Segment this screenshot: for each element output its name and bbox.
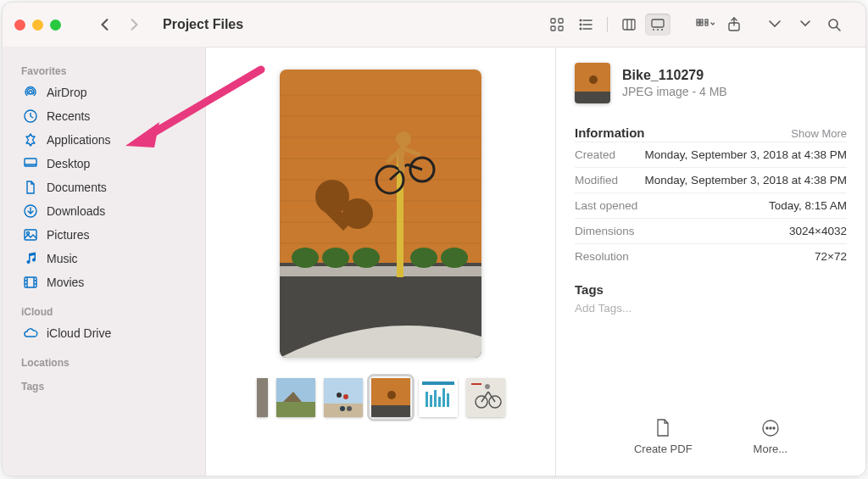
svg-rect-3 [559, 26, 563, 31]
svg-point-9 [580, 28, 581, 29]
thumbnail[interactable] [257, 378, 268, 417]
svg-rect-42 [280, 266, 481, 276]
info-row-created: CreatedMonday, September 3, 2018 at 4:38… [575, 142, 847, 167]
svg-rect-22 [705, 23, 708, 25]
minimize-button[interactable] [32, 19, 43, 31]
svg-rect-69 [324, 378, 363, 404]
downloads-icon [23, 203, 38, 219]
group-by-button[interactable] [693, 14, 718, 36]
details-thumbnail [575, 63, 610, 103]
sidebar-item-icloud-drive[interactable]: iCloud Drive [18, 321, 205, 345]
show-more-button[interactable]: Show More [791, 127, 847, 140]
svg-point-55 [410, 248, 437, 268]
clock-icon [23, 109, 38, 124]
sidebar-item-movies[interactable]: Movies [18, 270, 205, 294]
sidebar-item-downloads[interactable]: Downloads [18, 199, 205, 223]
svg-rect-21 [705, 19, 708, 22]
preview-image[interactable] [280, 70, 481, 358]
svg-point-73 [340, 406, 345, 411]
svg-rect-83 [438, 397, 441, 407]
svg-point-52 [292, 248, 319, 268]
tags-heading: Tags [575, 282, 847, 297]
svg-rect-17 [697, 19, 699, 22]
pictures-icon [23, 227, 38, 242]
svg-point-54 [353, 248, 380, 268]
gallery-view-button[interactable] [645, 14, 670, 36]
svg-point-99 [773, 427, 775, 429]
svg-point-91 [485, 384, 490, 389]
action-label: Create PDF [634, 443, 693, 455]
svg-point-72 [343, 394, 348, 399]
sidebar-item-pictures[interactable]: Pictures [18, 223, 205, 247]
svg-rect-81 [430, 395, 432, 407]
desktop-icon [23, 156, 38, 171]
svg-rect-40 [280, 70, 481, 265]
svg-rect-85 [447, 393, 449, 407]
sidebar-item-airdrop[interactable]: AirDrop [18, 81, 205, 104]
add-tags-field[interactable]: Add Tags... [575, 302, 847, 315]
sidebar-item-recents[interactable]: Recents [18, 104, 205, 128]
sidebar-item-documents[interactable]: Documents [18, 175, 205, 199]
file-subtitle: JPEG image - 4 MB [622, 85, 727, 98]
forward-button[interactable] [122, 13, 146, 36]
svg-rect-10 [623, 19, 635, 30]
sidebar-section-favorites: Favorites [21, 65, 205, 77]
more-action[interactable]: More... [754, 419, 787, 455]
svg-point-74 [347, 406, 352, 411]
overflow-button[interactable] [793, 14, 818, 36]
icon-view-button[interactable] [544, 14, 570, 36]
thumbnail[interactable] [276, 378, 315, 417]
svg-point-7 [580, 19, 581, 20]
svg-rect-20 [700, 23, 703, 25]
svg-point-26 [29, 91, 32, 94]
svg-rect-80 [426, 392, 428, 407]
column-view-button[interactable] [616, 14, 642, 36]
icloud-icon [23, 326, 38, 341]
thumbnail-selected[interactable] [371, 378, 410, 417]
svg-rect-31 [25, 230, 36, 240]
sidebar-item-applications[interactable]: Applications [18, 128, 205, 152]
svg-rect-0 [551, 19, 555, 23]
sidebar-item-label: Applications [47, 133, 111, 147]
thumbnail[interactable] [324, 378, 363, 417]
svg-rect-2 [551, 26, 555, 31]
svg-rect-13 [652, 19, 664, 27]
toolbar-separator [607, 17, 608, 32]
more-toolbar-button[interactable] [764, 14, 789, 36]
sidebar-item-label: Downloads [47, 204, 105, 218]
sidebar-item-music[interactable]: Music [18, 247, 205, 270]
svg-line-25 [837, 27, 840, 31]
info-row-dimensions: Dimensions3024×4032 [575, 218, 847, 243]
movies-icon [23, 275, 38, 290]
back-button[interactable] [93, 13, 117, 36]
share-button[interactable] [721, 14, 747, 36]
thumbnail[interactable] [419, 378, 458, 417]
svg-point-77 [387, 391, 396, 399]
svg-rect-19 [697, 23, 699, 25]
sidebar-item-label: Documents [47, 181, 107, 194]
info-row-last-opened: Last openedToday, 8:15 AM [575, 192, 847, 218]
thumbnail[interactable] [466, 378, 505, 417]
sidebar-section-icloud: iCloud [21, 306, 205, 318]
list-view-button[interactable] [573, 14, 598, 36]
sidebar-section-tags: Tags [21, 381, 205, 393]
sidebar-item-desktop[interactable]: Desktop [18, 152, 205, 175]
svg-rect-33 [25, 277, 36, 287]
svg-rect-18 [700, 19, 703, 22]
svg-point-8 [580, 24, 581, 25]
sidebar-item-label: Recents [47, 109, 90, 123]
thumbnail-strip [257, 378, 505, 417]
details-panel: Bike_110279 JPEG image - 4 MB Informatio… [555, 47, 865, 476]
search-button[interactable] [821, 14, 847, 36]
ellipsis-icon [761, 419, 780, 437]
close-button[interactable] [14, 19, 25, 31]
document-icon [654, 419, 672, 437]
zoom-button[interactable] [50, 19, 61, 31]
action-label: More... [754, 443, 787, 455]
svg-point-97 [766, 427, 768, 429]
sidebar-item-label: Pictures [47, 228, 90, 242]
sidebar-item-label: AirDrop [47, 86, 86, 99]
sidebar-item-label: iCloud Drive [47, 326, 111, 340]
create-pdf-action[interactable]: Create PDF [634, 419, 693, 455]
svg-rect-66 [257, 378, 268, 417]
